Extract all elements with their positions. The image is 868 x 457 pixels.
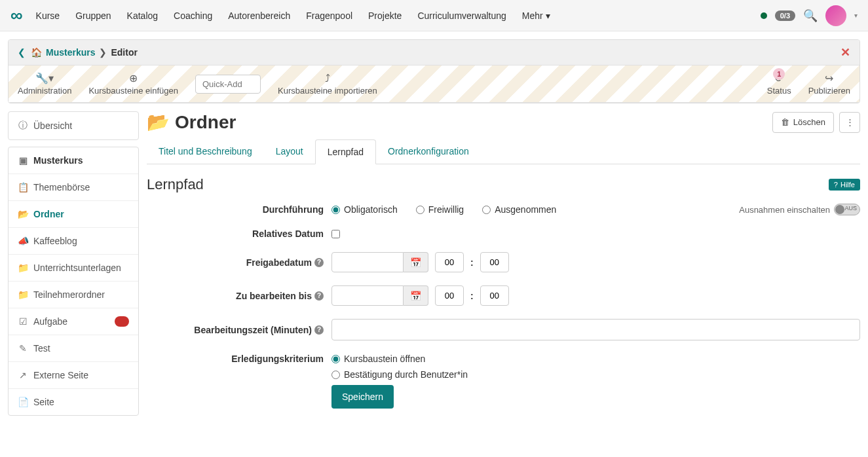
radio-input-freiwillig[interactable] <box>416 206 425 214</box>
radio-input-ausgenommen[interactable] <box>482 206 491 214</box>
sidebar-item-seite[interactable]: 📄 Seite <box>9 389 138 415</box>
crumb-course[interactable]: Musterkurs <box>46 47 95 58</box>
ctrl-duration <box>331 319 860 340</box>
sidebar-item-unterrichtsunterlagen[interactable]: 📁 Unterrichtsunterlagen <box>9 255 138 282</box>
exceptions-label: Ausnahmen einschalten <box>739 205 830 215</box>
time-separator: : <box>470 257 474 268</box>
label-relatives-datum: Relatives Datum <box>147 228 324 239</box>
close-icon[interactable]: ✕ <box>840 45 850 60</box>
more-actions-button[interactable]: ⋮ <box>839 112 860 133</box>
radio-input-obligatorisch[interactable] <box>331 206 340 214</box>
exceptions-toggle[interactable]: AUS <box>834 204 860 215</box>
nav-projekte[interactable]: Projekte <box>368 10 402 21</box>
import-button[interactable]: ⤴ Kursbausteine importieren <box>278 73 377 96</box>
info-icon: ⓘ <box>18 120 28 132</box>
insert-button[interactable]: ⊕ Kursbausteine einfügen <box>88 72 178 96</box>
due-minutes-input[interactable] <box>480 285 509 306</box>
nav-kurse[interactable]: Kurse <box>36 10 60 21</box>
sidebar-item-themenboerse[interactable]: 📋 Themenbörse <box>9 174 138 201</box>
label-criterion: Erledigungskriterium <box>147 354 324 364</box>
radio-freiwillig[interactable]: Freiwillig <box>416 204 464 215</box>
tab-lernpfad[interactable]: Lernpfad <box>315 139 376 164</box>
content: 📂 Ordner 🗑 Löschen ⋮ Titel und Beschreib… <box>147 111 860 422</box>
clipboard-icon: 📋 <box>18 182 28 192</box>
nav-curriculum[interactable]: Curriculumverwaltung <box>417 10 506 21</box>
help-icon: ? <box>834 181 838 189</box>
nav-autorenbereich[interactable]: Autorenbereich <box>228 10 290 21</box>
nav-fragenpool[interactable]: Fragenpool <box>306 10 352 21</box>
radio-bestaetigung[interactable]: Bestätigung durch Benutzer*in <box>331 369 468 380</box>
crumb-current: Editor <box>111 47 137 58</box>
radio-ausgenommen[interactable]: Ausgenommen <box>482 204 556 215</box>
sidebar-item-label: Kaffeeblog <box>33 236 77 246</box>
due-date-input[interactable] <box>331 285 404 306</box>
release-hours-input[interactable] <box>435 252 464 272</box>
sidebar-item-ordner[interactable]: 📂 Ordner <box>9 201 138 228</box>
nav-coaching[interactable]: Coaching <box>174 10 212 21</box>
radio-label: Ausgenommen <box>495 204 556 215</box>
calendar-button[interactable]: 📅 <box>404 252 428 272</box>
status-button[interactable]: 1 ⟳ Status <box>767 72 791 96</box>
user-menu-caret-icon[interactable]: ▾ <box>854 12 858 19</box>
overview-card: ⓘ Übersicht <box>8 111 139 140</box>
crumb-sep-icon: ❯ <box>99 47 107 58</box>
folder-open-icon: 📂 <box>18 209 28 219</box>
sidebar-overview[interactable]: ⓘ Übersicht <box>9 112 138 139</box>
sidebar-item-aufgabe[interactable]: ☑ Aufgabe <box>9 308 138 335</box>
due-hours-input[interactable] <box>435 285 464 306</box>
tab-titel[interactable]: Titel und Beschreibung <box>147 139 264 164</box>
search-icon[interactable]: 🔍 <box>803 9 818 23</box>
folder-icon: 📁 <box>18 289 28 300</box>
help-icon[interactable]: ? <box>314 291 324 301</box>
back-icon[interactable]: ❮ <box>18 47 26 58</box>
counter-badge[interactable]: 0/3 <box>775 10 795 21</box>
sidebar-item-test[interactable]: ✎ Test <box>9 335 138 362</box>
save-button[interactable]: Speichern <box>331 385 394 409</box>
overview-label: Übersicht <box>33 120 72 131</box>
sidebar-item-label: Unterrichtsunterlagen <box>33 263 121 273</box>
alert-badge <box>115 316 129 327</box>
external-icon: ↗ <box>18 370 28 380</box>
sidebar-item-label: Ordner <box>33 209 64 219</box>
sidebar-item-externe-seite[interactable]: ↗ Externe Seite <box>9 362 138 389</box>
calendar-button[interactable]: 📅 <box>404 285 428 306</box>
sidebar-course-root[interactable]: ▣ Musterkurs <box>9 147 138 174</box>
tab-layout[interactable]: Layout <box>264 139 315 164</box>
sidebar-item-kaffeeblog[interactable]: 📣 Kaffeeblog <box>9 228 138 255</box>
publish-button[interactable]: ↪ Publizieren <box>808 72 850 96</box>
radio-input-confirm[interactable] <box>331 371 340 379</box>
release-date-input[interactable] <box>331 252 404 272</box>
radio-label: Kursbaustein öffnen <box>344 354 425 364</box>
home-icon[interactable]: 🏠 <box>31 47 42 58</box>
main: ⓘ Übersicht ▣ Musterkurs 📋 Themenbörse 📂… <box>0 111 868 430</box>
nav-katalog[interactable]: Katalog <box>127 10 158 21</box>
sidebar-item-teilnehmerordner[interactable]: 📁 Teilnehmerordner <box>9 282 138 308</box>
help-icon[interactable]: ? <box>314 258 324 267</box>
help-icon[interactable]: ? <box>314 325 324 335</box>
sidebar-item-label: Aufgabe <box>33 316 67 327</box>
trash-icon: 🗑 <box>781 117 789 127</box>
release-minutes-input[interactable] <box>480 252 509 272</box>
status-dot-icon[interactable] <box>761 12 767 19</box>
relative-date-checkbox[interactable] <box>331 230 340 238</box>
admin-label: Administration <box>18 86 71 96</box>
delete-label: Löschen <box>793 117 825 127</box>
quick-add-input[interactable] <box>195 75 261 94</box>
row-freigabedatum: Freigabedatum ? 📅 : <box>147 252 860 272</box>
row-criterion: Erledigungskriterium Kursbaustein öffnen… <box>147 354 860 409</box>
admin-button[interactable]: 🔧▾ Administration <box>18 72 71 96</box>
delete-button[interactable]: 🗑 Löschen <box>772 112 834 133</box>
radio-obligatorisch[interactable]: Obligatorisch <box>331 204 398 215</box>
tab-ordnerkonfig[interactable]: Ordnerkonfiguration <box>376 139 481 164</box>
editor-area: ❮ 🏠 Musterkurs ❯ Editor ✕ 🔧▾ Administrat… <box>8 39 860 103</box>
logo-icon[interactable]: ∞ <box>10 5 23 26</box>
nav-gruppen[interactable]: Gruppen <box>75 10 111 21</box>
sidebar-item-label: Themenbörse <box>33 182 90 192</box>
help-button[interactable]: ? Hilfe <box>829 179 860 191</box>
radio-kursbaustein-oeffnen[interactable]: Kursbaustein öffnen <box>331 354 425 364</box>
label-duration: Bearbeitungszeit (Minuten) ? <box>147 325 324 335</box>
avatar[interactable] <box>825 5 846 26</box>
radio-input-open[interactable] <box>331 355 340 363</box>
duration-input[interactable] <box>331 319 860 340</box>
nav-more[interactable]: Mehr ▾ <box>522 10 550 21</box>
